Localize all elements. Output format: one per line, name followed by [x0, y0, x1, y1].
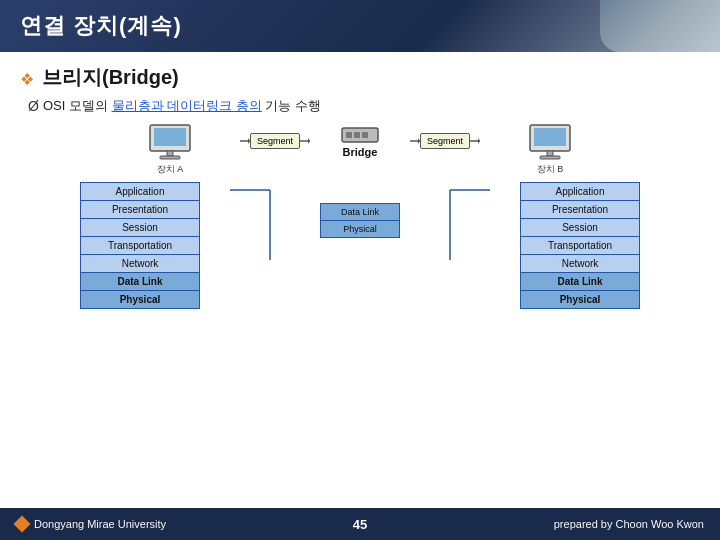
bridge-layer-physical: Physical	[321, 221, 399, 237]
footer: Dongyang Mirae University 45 prepared by…	[0, 508, 720, 540]
section-title: 브리지(Bridge)	[42, 64, 179, 91]
footer-left: Dongyang Mirae University	[16, 518, 166, 530]
left-computer-icon	[145, 123, 195, 163]
footer-university: Dongyang Mirae University	[34, 518, 166, 530]
svg-rect-17	[534, 128, 566, 146]
header: 연결 장치(계속)	[0, 0, 720, 52]
right-osi-stack: Application Presentation Session Transpo…	[520, 182, 640, 309]
footer-prepared-by: prepared by Choon Woo Kwon	[554, 518, 704, 530]
svg-rect-10	[354, 132, 360, 138]
right-layer-application: Application	[521, 183, 639, 201]
left-device-label: 장치 A	[157, 163, 184, 176]
svg-rect-2	[167, 151, 173, 156]
bridge-label: Bridge	[343, 146, 378, 158]
osi-bullet: Ø	[28, 98, 39, 114]
left-layer-network: Network	[81, 255, 199, 273]
left-osi-stack: Application Presentation Session Transpo…	[80, 182, 200, 309]
svg-rect-11	[362, 132, 368, 138]
right-layer-session: Session	[521, 219, 639, 237]
right-computer-icon	[525, 123, 575, 163]
bridge-layer-datalink: Data Link	[321, 204, 399, 221]
left-layer-datalink: Data Link	[81, 273, 199, 291]
right-layer-datalink: Data Link	[521, 273, 639, 291]
svg-rect-3	[160, 156, 180, 159]
svg-rect-9	[346, 132, 352, 138]
right-layer-presentation: Presentation	[521, 201, 639, 219]
left-segment-box: Segment	[250, 133, 300, 149]
footer-page-number: 45	[353, 517, 367, 532]
right-device-label: 장치 B	[537, 163, 564, 176]
footer-diamond-icon	[14, 516, 31, 533]
left-layer-physical: Physical	[81, 291, 199, 308]
svg-rect-19	[540, 156, 560, 159]
right-segment-box: Segment	[420, 133, 470, 149]
section-description: OSI 모델의 물리층과 데이터링크 층의 기능 수행	[43, 97, 321, 115]
right-layer-transportation: Transportation	[521, 237, 639, 255]
header-decoration	[600, 0, 720, 52]
right-layer-physical: Physical	[521, 291, 639, 308]
page-title: 연결 장치(계속)	[20, 11, 182, 41]
underline-term: 물리층과 데이터링크 층의	[112, 98, 262, 113]
left-arrow-1	[240, 135, 250, 147]
bullet-icon: ❖	[20, 70, 34, 89]
left-layer-presentation: Presentation	[81, 201, 199, 219]
left-layer-application: Application	[81, 183, 199, 201]
left-connector-line	[230, 180, 320, 260]
bridge-device-icon	[340, 124, 380, 146]
left-layer-transportation: Transportation	[81, 237, 199, 255]
right-layer-network: Network	[521, 255, 639, 273]
left-arrow-2	[300, 135, 310, 147]
left-layer-session: Session	[81, 219, 199, 237]
diagram-wrapper: 장치 A Segment Bridge Segm	[20, 123, 700, 309]
main-content: ❖ 브리지(Bridge) Ø OSI 모델의 물리층과 데이터링크 층의 기능…	[0, 52, 720, 309]
svg-rect-1	[154, 128, 186, 146]
right-arrow-1	[410, 135, 420, 147]
right-arrow-2	[470, 135, 480, 147]
bridge-osi-stack: Data Link Physical	[320, 203, 400, 238]
right-connector-line	[400, 180, 490, 260]
svg-rect-18	[547, 151, 553, 156]
